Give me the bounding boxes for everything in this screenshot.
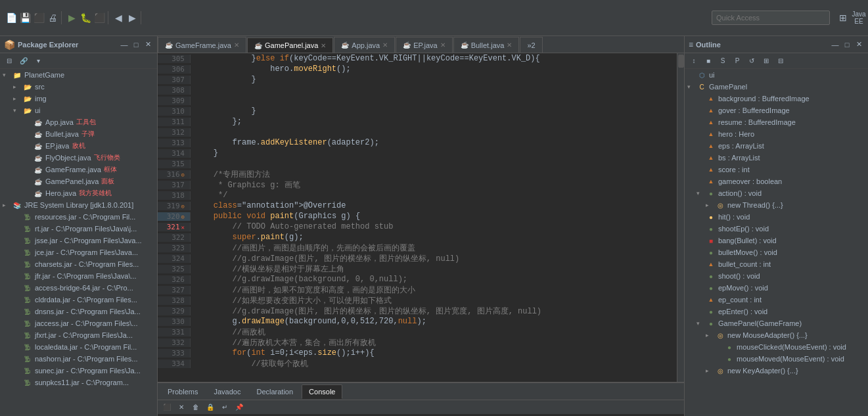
- tree-item-planetgame[interactable]: ▾ 📁 PlanetGame: [0, 69, 157, 81]
- back-button[interactable]: ◀: [112, 11, 125, 24]
- hide-nonpublic-button[interactable]: P: [731, 55, 744, 68]
- tree-item-GamePanel.java[interactable]: ☕ GamePanel.java 面板: [0, 175, 157, 187]
- close-panel-button[interactable]: ✕: [143, 39, 153, 50]
- code-editor[interactable]: 305 }else if(keyCode==KeyEvent.VK_RIGHT|…: [158, 53, 677, 382]
- pin-console-button[interactable]: 📌: [233, 401, 246, 414]
- tree-item-jsse.jar[interactable]: 🗜 jsse.jar - C:\Program Files\Java...: [0, 235, 157, 246]
- quick-access-input[interactable]: [712, 11, 830, 25]
- outline-item-action[interactable]: ▾ ● action() : void: [685, 187, 868, 199]
- java-ee-button[interactable]: Java EE: [852, 11, 865, 24]
- tree-item-nashorn.jar[interactable]: 🗜 nashorn.jar - C:\Program Files...: [0, 353, 157, 365]
- editor-scrollbar[interactable]: [677, 53, 684, 382]
- hide-static-button[interactable]: S: [716, 55, 729, 68]
- tree-item-src[interactable]: ▸ 📂 src: [0, 81, 157, 93]
- tree-item-charsets.jar[interactable]: 🗜 charsets.jar - C:\Program Files...: [0, 258, 157, 270]
- tree-item-Hero.java[interactable]: ☕ Hero.java 我方英雄机: [0, 187, 157, 199]
- outline-item-epMove[interactable]: ● epMove() : void: [685, 282, 868, 294]
- terminate-button[interactable]: ⬛: [160, 401, 173, 414]
- new-button[interactable]: 📄: [5, 11, 18, 24]
- collapse-outline-button[interactable]: ⊟: [774, 55, 787, 68]
- tree-item-localedata.jar[interactable]: 🗜 localedata.jar - C:\Program Fil...: [0, 341, 157, 353]
- sort-outline-button[interactable]: ↕: [687, 55, 700, 68]
- tree-item-GameFrame.java[interactable]: ☕ GameFrame.java 框体: [0, 164, 157, 175]
- expand-all-button[interactable]: ⊞: [760, 55, 773, 68]
- outline-item-background[interactable]: ▲ background : BufferedImage: [685, 93, 868, 104]
- editor-tab-ep[interactable]: ☕ EP.java ✕: [396, 37, 453, 53]
- outline-item-hit[interactable]: ● hit() : void: [685, 211, 868, 223]
- debug-button[interactable]: 🐛: [79, 11, 92, 24]
- tree-item-Bullet.java[interactable]: ☕ Bullet.java 子弹: [0, 128, 157, 140]
- print-button[interactable]: 🖨: [46, 11, 59, 24]
- outline-item-mouseMoved[interactable]: ● mouseMoved(MouseEvent) : void: [685, 353, 868, 365]
- outline-item-bs[interactable]: ▲ bs : ArrayList: [685, 152, 868, 164]
- tab-close-button[interactable]: ✕: [440, 41, 445, 49]
- outline-item-eps[interactable]: ▲ eps : ArrayList: [685, 140, 868, 152]
- bottom-tab-problems[interactable]: Problems: [160, 384, 205, 399]
- save-all-button[interactable]: ⬛: [32, 11, 45, 24]
- close-outline-button[interactable]: ✕: [854, 39, 864, 50]
- outline-item-gamepanel-class[interactable]: ▾ C GamePanel: [685, 81, 868, 93]
- link-editor-button[interactable]: 🔗: [17, 55, 30, 68]
- sync-outline-button[interactable]: ↺: [745, 55, 758, 68]
- run-button[interactable]: ▶: [65, 11, 78, 24]
- outline-item-new-key-adapter[interactable]: ▸ ◎ new KeyAdapter() {...}: [685, 365, 868, 377]
- open-perspective-button[interactable]: ⊞: [836, 11, 850, 24]
- editor-tab-app[interactable]: ☕ App.java ✕: [334, 37, 395, 53]
- forward-button[interactable]: ▶: [126, 11, 139, 24]
- tree-item-jaccess.jar[interactable]: 🗜 jaccess.jar - C:\Program Files\...: [0, 317, 157, 329]
- outline-item-shootEp[interactable]: ● shootEp() : void: [685, 223, 868, 235]
- clear-console-button[interactable]: 🗑: [189, 401, 202, 414]
- bottom-tab-console[interactable]: Console: [302, 384, 342, 399]
- tree-item-EP.java[interactable]: ☕ EP.java 敌机: [0, 140, 157, 152]
- outline-item-gamepanel-ctor[interactable]: ▾ ● GamePanel(GameFrame): [685, 317, 868, 329]
- outline-item-hero[interactable]: ▲ hero : Hero: [685, 128, 868, 140]
- tree-item-resources.jar[interactable]: 🗜 resources.jar - C:\Program Fil...: [0, 211, 157, 223]
- outline-item-ep_count[interactable]: ▲ ep_count : int: [685, 294, 868, 306]
- tree-item-dnsns.jar[interactable]: 🗜 dnsns.jar - C:\Program Files\Ja...: [0, 306, 157, 317]
- outline-item-gameover[interactable]: ▲ gameover : boolean: [685, 175, 868, 187]
- outline-item-epEnter[interactable]: ● epEnter() : void: [685, 306, 868, 317]
- collapse-all-button[interactable]: ⊟: [3, 55, 16, 68]
- tree-item-jfxrt.jar[interactable]: 🗜 jfxrt.jar - C:\Program Files\Ja...: [0, 329, 157, 341]
- outline-item-bulletMove[interactable]: ● bulletMove() : void: [685, 246, 868, 258]
- tab-close-button[interactable]: ✕: [234, 41, 239, 49]
- hide-fields-button[interactable]: ■: [702, 55, 715, 68]
- editor-tab-more[interactable]: »2: [520, 37, 542, 53]
- tree-item-jre[interactable]: ▸ 📚 JRE System Library [jdk1.8.0.201]: [0, 199, 157, 211]
- editor-tab-gameframe[interactable]: ☕ GameFrame.java ✕: [158, 37, 246, 53]
- outline-item-resume[interactable]: ▲ resume : BufferedImage: [685, 116, 868, 128]
- stop-button[interactable]: ⬛: [93, 11, 106, 24]
- tree-item-sunpkcs11.jar[interactable]: 🗜 sunpkcs11.jar - C:\Program...: [0, 377, 157, 388]
- tree-item-sunec.jar[interactable]: 🗜 sunec.jar - C:\Program Files\Ja...: [0, 365, 157, 377]
- tab-close-button[interactable]: ✕: [507, 41, 512, 49]
- tab-close-button[interactable]: ✕: [382, 41, 388, 49]
- minimize-panel-button[interactable]: —: [119, 39, 129, 50]
- outline-item-shoot[interactable]: ● shoot() : void: [685, 270, 868, 282]
- minimize-outline-button[interactable]: —: [830, 39, 840, 50]
- outline-item-new-mouse-adapter[interactable]: ▸ ◎ new MouseAdapter() {...}: [685, 329, 868, 341]
- tree-item-rt.jar[interactable]: 🗜 rt.jar - C:\Program Files\Java\j...: [0, 223, 157, 235]
- view-menu-button[interactable]: ▾: [32, 55, 45, 68]
- tree-item-img[interactable]: ▸ 📂 img: [0, 93, 157, 104]
- maximize-panel-button[interactable]: □: [131, 39, 141, 50]
- tree-item-jfr.jar[interactable]: 🗜 jfr.jar - C:\Program Files\Java\...: [0, 270, 157, 282]
- bottom-tab-declaration[interactable]: Declaration: [249, 384, 300, 399]
- outline-item-mouseClicked[interactable]: ● mouseClicked(MouseEvent) : void: [685, 341, 868, 353]
- outline-item-new-thread[interactable]: ▸ ◎ new Thread() {...}: [685, 199, 868, 211]
- editor-tab-bullet[interactable]: ☕ Bullet.java ✕: [453, 37, 520, 53]
- tree-item-App.java[interactable]: ☕ App.java 工具包: [0, 116, 157, 128]
- outline-item-bullet_count[interactable]: ▲ bullet_count : int: [685, 258, 868, 270]
- save-button[interactable]: 💾: [18, 11, 32, 24]
- tree-item-access-bridge[interactable]: 🗜 access-bridge-64.jar - C:\Pro...: [0, 282, 157, 294]
- word-wrap-button[interactable]: ↵: [218, 401, 231, 414]
- editor-tab-gamepanel[interactable]: ☕ GamePanel.java ✕: [247, 37, 333, 53]
- outline-item-score[interactable]: ▲ score : int: [685, 164, 868, 175]
- outline-item-bang[interactable]: ■ bang(Bullet) : void: [685, 235, 868, 246]
- maximize-outline-button[interactable]: □: [842, 39, 852, 50]
- scroll-lock-button[interactable]: 🔒: [204, 401, 217, 414]
- tab-close-button[interactable]: ✕: [321, 42, 326, 49]
- tree-item-FlyObject.java[interactable]: ☕ FlyObject.java 飞行物类: [0, 152, 157, 164]
- tree-item-cldrdata.jar[interactable]: 🗜 cldrdata.jar - C:\Program Files...: [0, 294, 157, 306]
- outline-item-ui-pkg[interactable]: ⬡ ui: [685, 69, 868, 81]
- tree-item-jce.jar[interactable]: 🗜 jce.jar - C:\Program Files\Java...: [0, 246, 157, 258]
